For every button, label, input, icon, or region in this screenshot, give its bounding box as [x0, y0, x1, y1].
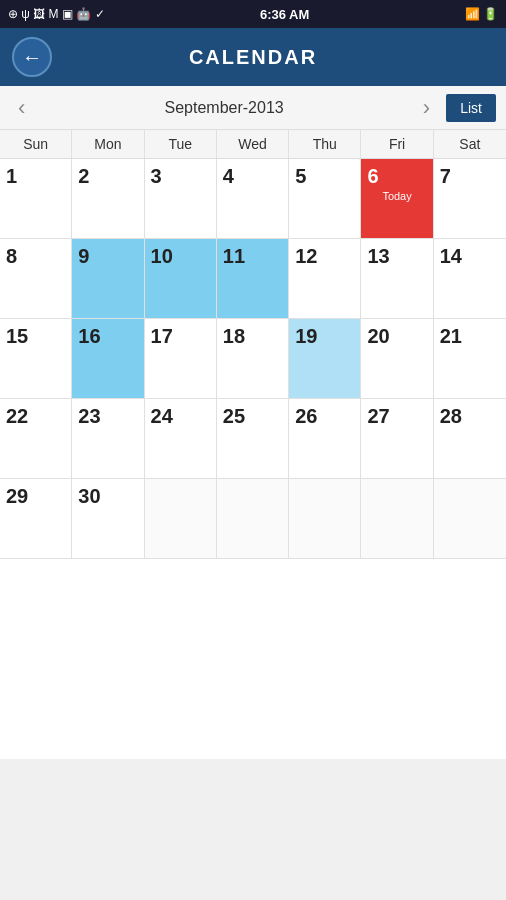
day-header-mon: Mon	[72, 130, 144, 158]
calendar-cell[interactable]: 24	[145, 399, 217, 479]
day-number: 15	[6, 325, 65, 348]
day-number: 19	[295, 325, 354, 348]
day-number: 14	[440, 245, 500, 268]
calendar-cell[interactable]: 4	[217, 159, 289, 239]
day-header-fri: Fri	[361, 130, 433, 158]
day-number: 16	[78, 325, 137, 348]
calendar-cell[interactable]: 13	[361, 239, 433, 319]
day-number: 5	[295, 165, 354, 188]
calendar-cell[interactable]: 29	[0, 479, 72, 559]
calendar-cell[interactable]: 8	[0, 239, 72, 319]
calendar-cell[interactable]: 7	[434, 159, 506, 239]
day-number: 26	[295, 405, 354, 428]
day-number: 9	[78, 245, 137, 268]
day-number: 12	[295, 245, 354, 268]
day-number: 20	[367, 325, 426, 348]
day-number: 6	[367, 165, 426, 188]
day-header-tue: Tue	[145, 130, 217, 158]
calendar-cell[interactable]	[361, 479, 433, 559]
day-number: 18	[223, 325, 282, 348]
calendar-cell[interactable]: 21	[434, 319, 506, 399]
calendar-cell[interactable]: 27	[361, 399, 433, 479]
day-number: 3	[151, 165, 210, 188]
status-icons: ⊕ ψ 🖼 M ▣ 🤖 ✓	[8, 7, 105, 21]
page-title: CALENDAR	[52, 46, 454, 69]
day-number: 13	[367, 245, 426, 268]
calendar-cell[interactable]	[434, 479, 506, 559]
list-view-button[interactable]: List	[446, 94, 496, 122]
calendar-cell[interactable]: 17	[145, 319, 217, 399]
day-number: 1	[6, 165, 65, 188]
calendar-cell[interactable]: 16	[72, 319, 144, 399]
status-bar: ⊕ ψ 🖼 M ▣ 🤖 ✓ 6:36 AM 📶 🔋	[0, 0, 506, 28]
day-number: 17	[151, 325, 210, 348]
calendar-cell[interactable]	[217, 479, 289, 559]
calendar-cell[interactable]: 19	[289, 319, 361, 399]
calendar-cell[interactable]: 20	[361, 319, 433, 399]
day-header-thu: Thu	[289, 130, 361, 158]
calendar-cell[interactable]: 10	[145, 239, 217, 319]
calendar-cell[interactable]: 11	[217, 239, 289, 319]
day-number: 28	[440, 405, 500, 428]
calendar-cell[interactable]: 18	[217, 319, 289, 399]
next-month-button[interactable]: ›	[415, 95, 438, 121]
calendar-cell[interactable]: 30	[72, 479, 144, 559]
back-arrow-icon: ←	[22, 47, 42, 67]
calendar-cell[interactable]: 14	[434, 239, 506, 319]
day-number: 23	[78, 405, 137, 428]
day-headers-row: SunMonTueWedThuFriSat	[0, 130, 506, 159]
day-number: 7	[440, 165, 500, 188]
calendar-cell[interactable]: 28	[434, 399, 506, 479]
day-header-wed: Wed	[217, 130, 289, 158]
day-number: 21	[440, 325, 500, 348]
day-number: 24	[151, 405, 210, 428]
bottom-area	[0, 559, 506, 759]
day-number: 30	[78, 485, 137, 508]
day-number: 8	[6, 245, 65, 268]
day-header-sun: Sun	[0, 130, 72, 158]
calendar-cell[interactable]: 2	[72, 159, 144, 239]
day-number: 29	[6, 485, 65, 508]
calendar-cell[interactable]: 22	[0, 399, 72, 479]
notification-icons: ⊕ ψ 🖼 M ▣ 🤖 ✓	[8, 7, 105, 21]
calendar-cell[interactable]: 26	[289, 399, 361, 479]
calendar-cell[interactable]: 6Today	[361, 159, 433, 239]
calendar-cell[interactable]: 12	[289, 239, 361, 319]
calendar-cell[interactable]	[145, 479, 217, 559]
calendar-grid: 123456Today78910111213141516171819202122…	[0, 159, 506, 559]
calendar-cell[interactable]: 23	[72, 399, 144, 479]
current-month-label: September-2013	[165, 99, 284, 117]
today-label: Today	[367, 190, 426, 202]
calendar-cell[interactable]: 25	[217, 399, 289, 479]
day-number: 22	[6, 405, 65, 428]
app-header: ← CALENDAR	[0, 28, 506, 86]
calendar-cell[interactable]: 15	[0, 319, 72, 399]
calendar-cell[interactable]: 5	[289, 159, 361, 239]
system-icons: 📶 🔋	[465, 7, 498, 21]
back-button[interactable]: ←	[12, 37, 52, 77]
day-number: 25	[223, 405, 282, 428]
status-time: 6:36 AM	[260, 7, 309, 22]
calendar-cell[interactable]: 9	[72, 239, 144, 319]
day-number: 10	[151, 245, 210, 268]
day-number: 27	[367, 405, 426, 428]
calendar-cell[interactable]	[289, 479, 361, 559]
day-number: 2	[78, 165, 137, 188]
day-header-sat: Sat	[434, 130, 506, 158]
day-number: 4	[223, 165, 282, 188]
calendar-cell[interactable]: 1	[0, 159, 72, 239]
month-nav: ‹ September-2013 › List	[0, 86, 506, 130]
prev-month-button[interactable]: ‹	[10, 95, 33, 121]
day-number: 11	[223, 245, 282, 268]
calendar-cell[interactable]: 3	[145, 159, 217, 239]
